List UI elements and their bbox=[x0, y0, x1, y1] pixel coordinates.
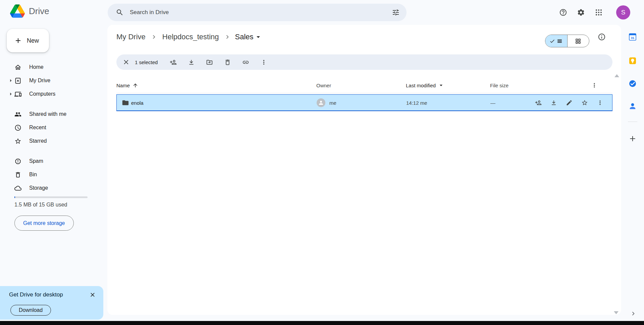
sidebar-item-starred[interactable]: Starred bbox=[0, 134, 107, 148]
column-settings-button[interactable] bbox=[588, 79, 600, 91]
promo-download-button[interactable]: Download bbox=[10, 305, 51, 316]
help-icon bbox=[559, 8, 567, 16]
list-view-button[interactable] bbox=[545, 35, 568, 47]
column-header-owner[interactable]: Owner bbox=[316, 77, 331, 93]
search-bar[interactable] bbox=[108, 4, 407, 21]
contacts-app-button[interactable] bbox=[626, 99, 639, 113]
sidebar-item-home[interactable]: Home bbox=[0, 60, 107, 74]
my-drive-icon bbox=[14, 77, 21, 84]
move-button[interactable] bbox=[203, 55, 216, 69]
trash-icon bbox=[224, 59, 231, 66]
breadcrumb: My Drive Helpdocs_testing Sales bbox=[116, 25, 264, 49]
person-add-icon bbox=[535, 99, 542, 106]
owner-name: me bbox=[329, 100, 336, 106]
sidebar-item-label: Spam bbox=[29, 158, 43, 164]
svg-text:31: 31 bbox=[631, 36, 635, 40]
download-icon bbox=[188, 59, 195, 66]
expand-caret-icon[interactable] bbox=[7, 77, 14, 84]
settings-button[interactable] bbox=[573, 4, 589, 20]
new-button[interactable]: New bbox=[7, 29, 49, 52]
row-more-button[interactable] bbox=[594, 97, 606, 109]
keep-app-button[interactable] bbox=[626, 54, 639, 67]
sidebar-item-shared-with-me[interactable]: Shared with me bbox=[0, 107, 107, 121]
storage-usage-text: 1.5 MB of 15 GB used bbox=[14, 202, 67, 208]
calendar-app-button[interactable]: 31 bbox=[626, 30, 639, 44]
link-icon bbox=[242, 59, 249, 66]
sidebar-item-computers[interactable]: Computers bbox=[0, 87, 107, 101]
chevron-right-icon bbox=[630, 310, 637, 317]
rail-divider bbox=[628, 122, 637, 122]
more-actions-button[interactable] bbox=[257, 55, 270, 69]
promo-title: Get Drive for desktop bbox=[9, 291, 63, 298]
sidebar-item-my-drive[interactable]: My Drive bbox=[0, 74, 107, 87]
account-avatar[interactable]: S bbox=[616, 5, 630, 19]
sidebar-item-label: Shared with me bbox=[29, 111, 66, 117]
search-icon[interactable] bbox=[112, 5, 127, 20]
column-header-name[interactable]: Name bbox=[116, 77, 138, 93]
share-button[interactable] bbox=[166, 55, 180, 69]
row-rename-button[interactable] bbox=[563, 97, 575, 109]
header-label: Owner bbox=[316, 83, 331, 88]
breadcrumb-current-folder[interactable]: Sales bbox=[233, 31, 264, 43]
drive-brand[interactable]: Drive bbox=[10, 4, 49, 18]
hide-side-panel-button[interactable] bbox=[629, 309, 638, 318]
move-to-folder-icon bbox=[206, 59, 213, 66]
keep-icon bbox=[629, 57, 637, 65]
caret-down-icon bbox=[438, 82, 444, 89]
sort-ascending-icon[interactable] bbox=[132, 83, 138, 88]
selection-toolbar: 1 selected bbox=[116, 54, 612, 70]
person-icon bbox=[318, 100, 324, 106]
scroll-up-arrow[interactable] bbox=[614, 74, 619, 77]
download-button[interactable] bbox=[184, 55, 198, 69]
pencil-icon bbox=[566, 99, 573, 106]
scroll-down-arrow[interactable] bbox=[614, 311, 619, 314]
top-actions: S bbox=[553, 0, 630, 25]
header-label: Last modified bbox=[406, 83, 436, 88]
grid-view-button[interactable] bbox=[568, 35, 589, 47]
column-header-file-size[interactable]: File size bbox=[490, 77, 508, 93]
file-owner-cell: me bbox=[317, 95, 336, 111]
storage-progress-fill bbox=[14, 196, 15, 198]
expand-caret-icon[interactable] bbox=[7, 91, 14, 97]
delete-button[interactable] bbox=[221, 55, 234, 69]
tasks-app-button[interactable] bbox=[626, 77, 639, 90]
get-more-storage-button[interactable]: Get more storage bbox=[14, 216, 74, 231]
cloud-icon bbox=[14, 185, 21, 192]
clock-icon bbox=[14, 124, 21, 131]
star-icon bbox=[14, 138, 21, 145]
clear-selection-button[interactable] bbox=[119, 55, 133, 69]
table-header: Name Owner Last modified File size bbox=[116, 77, 612, 93]
help-button[interactable] bbox=[555, 4, 571, 20]
storage-progress-bar bbox=[14, 196, 88, 198]
file-row-selected[interactable]: enola me 14:12 me — bbox=[116, 94, 612, 111]
sidebar-item-label: Recent bbox=[29, 125, 46, 131]
more-vert-icon bbox=[260, 59, 267, 66]
download-icon bbox=[550, 99, 557, 106]
row-download-button[interactable] bbox=[548, 97, 560, 109]
new-button-label: New bbox=[27, 37, 39, 44]
sidebar-item-recent[interactable]: Recent bbox=[0, 121, 107, 134]
avatar-initial: S bbox=[621, 9, 626, 16]
promo-close-button[interactable] bbox=[87, 289, 99, 301]
sidebar-nav: Home My Drive Computers Shared with me R… bbox=[0, 60, 107, 195]
search-filters-icon[interactable] bbox=[388, 5, 403, 20]
row-star-button[interactable] bbox=[579, 97, 591, 109]
breadcrumb-helpdocs-testing[interactable]: Helpdocs_testing bbox=[160, 31, 222, 43]
sidebar-item-bin[interactable]: Bin bbox=[0, 168, 107, 181]
row-share-button[interactable] bbox=[532, 97, 544, 109]
get-add-ons-button[interactable] bbox=[626, 132, 639, 145]
google-apps-button[interactable] bbox=[591, 4, 607, 20]
sidebar-item-label: Computers bbox=[29, 91, 55, 97]
details-info-button[interactable] bbox=[595, 30, 608, 44]
copy-link-button[interactable] bbox=[239, 55, 252, 69]
more-vert-icon bbox=[591, 82, 598, 89]
breadcrumb-row: My Drive Helpdocs_testing Sales bbox=[107, 25, 621, 49]
search-input[interactable] bbox=[127, 9, 388, 16]
chevron-right-icon bbox=[224, 33, 231, 41]
sidebar-item-storage[interactable]: Storage bbox=[0, 181, 107, 195]
column-header-last-modified[interactable]: Last modified bbox=[406, 77, 444, 93]
apps-grid-icon bbox=[595, 8, 603, 16]
sidebar-item-spam[interactable]: Spam bbox=[0, 154, 107, 168]
sidebar-item-label: My Drive bbox=[29, 78, 50, 84]
breadcrumb-my-drive[interactable]: My Drive bbox=[114, 31, 148, 43]
